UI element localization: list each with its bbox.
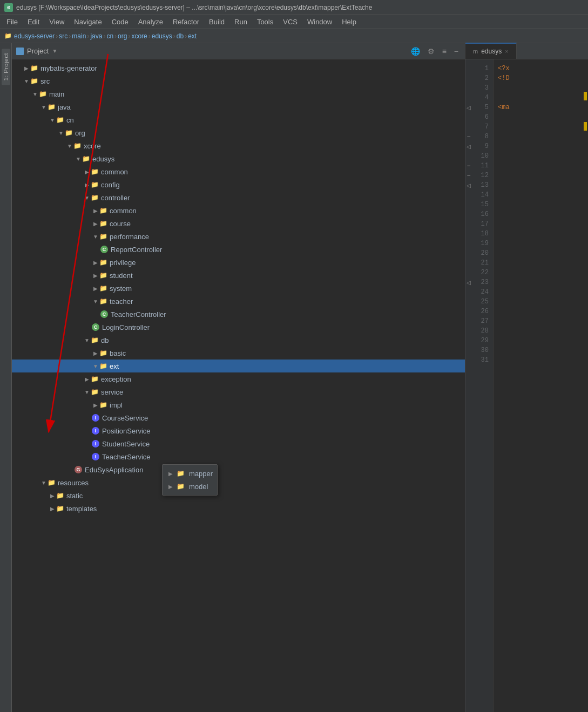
- arrow-system[interactable]: ▶: [92, 284, 99, 292]
- arrow-org[interactable]: ▼: [57, 129, 65, 137]
- tree-item-java[interactable]: ▼ 📁 java: [12, 100, 465, 113]
- editor-tab-edusys[interactable]: m edusys ×: [465, 43, 517, 59]
- arrow-xcore[interactable]: ▼: [66, 142, 73, 150]
- tree-item-db[interactable]: ▼ 📁 db: [12, 334, 465, 347]
- tree-item-mybatis-generator[interactable]: ▶ 📁 mybatis-generator: [12, 62, 465, 74]
- minimize-icon[interactable]: −: [452, 46, 461, 57]
- tree-item-TeacherController[interactable]: C TeacherController: [12, 308, 465, 321]
- menu-analyze[interactable]: Analyze: [134, 17, 167, 27]
- menu-window[interactable]: Window: [303, 17, 336, 27]
- panel-dropdown-arrow[interactable]: ▼: [52, 48, 57, 54]
- breadcrumb-src[interactable]: src: [59, 32, 67, 40]
- tree-item-impl[interactable]: ▶ 📁 impl: [12, 398, 465, 411]
- menu-file[interactable]: File: [2, 17, 22, 27]
- arrow-mybatis-generator[interactable]: ▶: [23, 64, 30, 72]
- tree-item-org[interactable]: ▼ 📁 org: [12, 126, 465, 139]
- gutter-17: [465, 219, 472, 229]
- arrow-edusys[interactable]: ▼: [75, 155, 82, 162]
- arrow-controller-common[interactable]: ▶: [92, 207, 99, 214]
- arrow-basic[interactable]: ▶: [92, 349, 99, 357]
- tree-item-controller-common[interactable]: ▶ 📁 common: [12, 204, 465, 217]
- menu-build[interactable]: Build: [205, 17, 229, 27]
- interface-icon-StudentService: I: [92, 440, 99, 447]
- arrow-static[interactable]: ▶: [49, 492, 56, 499]
- menu-help[interactable]: Help: [337, 17, 361, 27]
- arrow-common[interactable]: ▶: [83, 168, 91, 175]
- tree-item-config[interactable]: ▶ 📁 config: [12, 178, 465, 191]
- menu-view[interactable]: View: [45, 17, 69, 27]
- editor-code-area[interactable]: <?x <!D <ma: [494, 59, 584, 712]
- arrow-controller[interactable]: ▼: [83, 194, 91, 201]
- tree-item-exception[interactable]: ▶ 📁 exception: [12, 372, 465, 385]
- tree-item-basic[interactable]: ▶ 📁 basic: [12, 347, 465, 360]
- menu-tools[interactable]: Tools: [253, 17, 278, 27]
- tree-item-PositionService[interactable]: I PositionService: [12, 424, 465, 437]
- tree-item-resources[interactable]: ▼ 📁 resources: [12, 476, 465, 489]
- tree-item-controller-course[interactable]: ▶ 📁 course: [12, 217, 465, 230]
- popup-item-mapper[interactable]: ▶ 📁 mapper: [163, 467, 217, 480]
- tree-item-TeacherService[interactable]: I TeacherService: [12, 450, 465, 463]
- arrow-controller-performance[interactable]: ▼: [92, 233, 99, 240]
- arrow-templates[interactable]: ▶: [49, 505, 56, 512]
- tree-item-CourseService[interactable]: I CourseService: [12, 411, 465, 424]
- arrow-cn[interactable]: ▼: [49, 116, 56, 124]
- breadcrumb-edusys[interactable]: edusys: [152, 32, 172, 40]
- tree-item-student[interactable]: ▶ 📁 student: [12, 269, 465, 282]
- popup-item-model[interactable]: ▶ 📁 model: [163, 480, 217, 493]
- project-tree[interactable]: ▶ 📁 mybatis-generator ▼ 📁 src ▼ 📁 main: [12, 59, 465, 712]
- globe-icon[interactable]: 🌐: [409, 46, 422, 57]
- tree-item-StudentService[interactable]: I StudentService: [12, 437, 465, 450]
- breadcrumb-ext[interactable]: ext: [188, 32, 197, 40]
- tree-item-system[interactable]: ▶ 📁 system: [12, 282, 465, 295]
- arrow-main[interactable]: ▼: [31, 90, 39, 98]
- breadcrumb-java[interactable]: java: [90, 32, 102, 40]
- tree-item-ext[interactable]: ▼ 📁 ext: [12, 360, 465, 372]
- breadcrumb-cn[interactable]: cn: [106, 32, 113, 40]
- gear-icon[interactable]: ⚙: [425, 46, 437, 57]
- project-tab[interactable]: 1: Project: [2, 49, 10, 85]
- menu-code[interactable]: Code: [107, 17, 133, 27]
- tree-item-templates[interactable]: ▶ 📁 templates: [12, 502, 465, 515]
- tree-item-ReportController[interactable]: C ReportController: [12, 243, 465, 256]
- tree-item-src[interactable]: ▼ 📁 src: [12, 74, 465, 87]
- breadcrumb-org[interactable]: org: [118, 32, 127, 40]
- menu-edit[interactable]: Edit: [23, 17, 44, 27]
- tree-item-teacher[interactable]: ▼ 📁 teacher: [12, 295, 465, 308]
- tree-item-privilege[interactable]: ▶ 📁 privilege: [12, 256, 465, 269]
- arrow-resources[interactable]: ▼: [40, 479, 48, 486]
- arrow-ext[interactable]: ▼: [92, 362, 99, 370]
- tree-item-controller-performance[interactable]: ▼ 📁 performance: [12, 230, 465, 243]
- breadcrumb-edusys-server[interactable]: edusys-server: [14, 32, 55, 40]
- arrow-impl[interactable]: ▶: [92, 401, 99, 409]
- arrow-src[interactable]: ▼: [23, 77, 30, 85]
- menu-vcs[interactable]: VCS: [279, 17, 302, 27]
- menu-refactor[interactable]: Refactor: [168, 17, 204, 27]
- arrow-student[interactable]: ▶: [92, 272, 99, 279]
- arrow-teacher[interactable]: ▼: [92, 297, 99, 305]
- tree-item-edusys[interactable]: ▼ 📁 edusys: [12, 152, 465, 165]
- arrow-controller-course[interactable]: ▶: [92, 220, 99, 227]
- tree-item-controller[interactable]: ▼ 📁 controller: [12, 191, 465, 204]
- tree-item-common[interactable]: ▶ 📁 common: [12, 165, 465, 178]
- menu-navigate[interactable]: Navigate: [70, 17, 106, 27]
- arrow-java[interactable]: ▼: [40, 103, 48, 111]
- tree-item-LoginController[interactable]: C LoginController: [12, 321, 465, 334]
- tree-item-EduSysApplication[interactable]: G EduSysApplication: [12, 463, 465, 476]
- menu-run[interactable]: Run: [230, 17, 252, 27]
- arrow-service[interactable]: ▼: [83, 388, 91, 396]
- settings-icon[interactable]: ≡: [440, 46, 449, 57]
- tree-item-xcore[interactable]: ▼ 📁 xcore: [12, 139, 465, 152]
- tree-item-service[interactable]: ▼ 📁 service: [12, 385, 465, 398]
- tab-close-edusys[interactable]: ×: [505, 48, 508, 55]
- tree-item-static[interactable]: ▶ 📁 static: [12, 489, 465, 502]
- breadcrumb-xcore[interactable]: xcore: [131, 32, 147, 40]
- arrow-db[interactable]: ▼: [83, 336, 91, 344]
- breadcrumb-db[interactable]: db: [177, 32, 184, 40]
- arrow-privilege[interactable]: ▶: [92, 259, 99, 266]
- tree-item-cn[interactable]: ▼ 📁 cn: [12, 113, 465, 126]
- code-line-21: [498, 258, 579, 268]
- arrow-exception[interactable]: ▶: [83, 375, 91, 383]
- breadcrumb-main[interactable]: main: [72, 32, 86, 40]
- arrow-config[interactable]: ▶: [83, 181, 91, 188]
- tree-item-main[interactable]: ▼ 📁 main: [12, 87, 465, 100]
